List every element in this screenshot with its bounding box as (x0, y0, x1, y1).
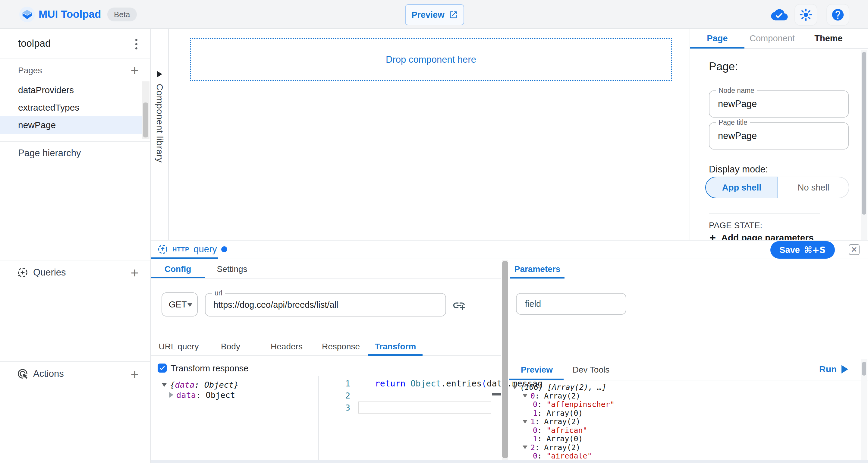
tab-preview[interactable]: Preview (521, 360, 553, 380)
json-tree-row: 1: Array(2) (523, 417, 581, 426)
inspector-heading: Page: (709, 60, 738, 73)
display-mode-app-shell[interactable]: App shell (705, 177, 778, 198)
query-name-label: query (193, 244, 217, 255)
method-select[interactable]: GET (161, 292, 198, 316)
tab-body[interactable]: Body (221, 337, 240, 356)
chevron-right-icon[interactable] (157, 71, 162, 77)
json-tree-row: (106) [Array(2), …] (513, 383, 607, 392)
preview-scrollbar-thumb[interactable] (862, 362, 866, 376)
tab-page[interactable]: Page (707, 29, 727, 48)
beta-badge: Beta (107, 7, 137, 22)
node-name-field[interactable]: Node name newPage (709, 90, 849, 118)
preview-button[interactable]: Preview (405, 4, 464, 25)
add-icon: + (710, 232, 716, 240)
add-page-parameters-button[interactable]: + Add page parameters (710, 232, 814, 240)
inspector-tabs: Page Component Theme (690, 29, 868, 49)
expander-right-icon[interactable] (169, 392, 173, 398)
actions-icon (17, 368, 28, 379)
divider (0, 141, 150, 142)
expander-down-icon[interactable] (523, 394, 527, 398)
code-line: 1return Object.entries(data.messag (319, 377, 501, 390)
display-mode-toggle-group: App shellNo shell (705, 177, 849, 198)
transform-tab-underline (368, 354, 423, 356)
run-button[interactable]: Run (819, 360, 848, 379)
line-number: 1 (319, 379, 350, 388)
theme-toggle-button[interactable] (795, 4, 817, 26)
divider (151, 278, 501, 279)
request-sub-tabs: URL queryBodyHeadersResponseTransform (151, 337, 501, 356)
component-library-rail[interactable]: Component library (151, 29, 169, 240)
divider (509, 359, 868, 359)
close-panel-button[interactable]: ✕ (849, 244, 860, 255)
json-tree-row: 1: Array(0) (533, 434, 583, 443)
sidebar-page-item[interactable]: dataProviders (0, 82, 142, 99)
tab-theme[interactable]: Theme (814, 29, 842, 48)
sidebar-page-item[interactable]: extractedTypes (0, 99, 142, 116)
line-number: 2 (319, 391, 350, 400)
page-state-label: PAGE STATE: (709, 221, 762, 230)
transform-code-editor[interactable]: 1return Object.entries(data.messag23 (318, 376, 501, 463)
divider (0, 361, 150, 362)
code-line: 3 (319, 402, 501, 413)
add-link-icon[interactable] (452, 299, 466, 312)
play-icon (841, 365, 848, 373)
expander-down-icon[interactable] (523, 445, 527, 449)
inspector-scrollbar[interactable] (861, 50, 867, 240)
add-action-button[interactable]: + (128, 367, 142, 381)
save-button[interactable]: Save ⌘+S (770, 241, 835, 259)
inspector-panel: Page Component Theme Page: Node name new… (689, 29, 868, 240)
tree-row: {data: Object} (161, 380, 239, 390)
pages-scrollbar[interactable] (142, 82, 150, 138)
actions-section-header: Actions (17, 364, 64, 383)
pages-scrollbar-thumb[interactable] (143, 102, 148, 137)
save-button-label: Save (779, 245, 800, 255)
tab-settings[interactable]: Settings (217, 260, 247, 279)
unsaved-indicator-dot (221, 246, 227, 252)
page-hierarchy-item[interactable]: Page hierarchy (18, 145, 81, 161)
horizontal-scrollbar-strip[interactable] (151, 460, 868, 463)
help-button[interactable] (827, 4, 849, 26)
json-tree-row: 0: Array(2) (523, 392, 581, 400)
component-library-label: Component library (155, 84, 165, 163)
page-title-value: newPage (718, 123, 757, 149)
tab-config[interactable]: Config (164, 260, 191, 279)
expander-down-icon[interactable] (161, 383, 167, 387)
display-mode-label: Display mode: (709, 164, 768, 175)
drop-zone[interactable]: Drop component here (190, 38, 672, 81)
add-page-button[interactable]: + (128, 63, 142, 77)
tab-component[interactable]: Component (749, 29, 795, 48)
node-name-value: newPage (718, 91, 757, 117)
display-mode-no-shell[interactable]: No shell (778, 177, 849, 198)
tab-transform[interactable]: Transform (375, 337, 416, 356)
tab-dev-tools[interactable]: Dev Tools (572, 360, 610, 380)
queries-label: Queries (33, 267, 66, 278)
tab-parameters[interactable]: Parameters (515, 260, 561, 279)
cloud-done-icon[interactable] (771, 8, 788, 22)
config-pane-scrollbar[interactable] (502, 260, 508, 460)
expander-down-icon[interactable] (513, 385, 517, 389)
page-title-field[interactable]: Page title newPage (709, 122, 849, 150)
pages-section-header: Pages (18, 63, 42, 79)
json-tree-row: 1: Array(0) (533, 409, 583, 418)
config-pane-scrollbar-thumb[interactable] (502, 261, 508, 458)
inspector-scrollbar-thumb[interactable] (862, 52, 866, 215)
tab-url-query[interactable]: URL query (159, 337, 199, 356)
url-field[interactable]: url https://dog.ceo/api/breeds/list/all (205, 293, 446, 316)
mui-toolpad-logo-icon (19, 7, 35, 22)
tab-headers[interactable]: Headers (271, 337, 303, 356)
help-icon (831, 8, 845, 22)
sidebar-page-item[interactable]: newPage (0, 116, 142, 134)
expander-down-icon[interactable] (523, 420, 527, 424)
add-query-button[interactable]: + (128, 266, 142, 280)
light-mode-icon (800, 8, 812, 21)
actions-label: Actions (33, 368, 64, 379)
query-editor-panel: HTTP query Save ⌘+S ✕ Config Settings GE… (151, 240, 868, 463)
parameter-field-input[interactable]: field (516, 293, 626, 315)
preview-scrollbar[interactable] (861, 359, 867, 460)
project-menu-button[interactable] (130, 36, 143, 52)
query-tab[interactable]: HTTP query (157, 241, 227, 258)
tab-response[interactable]: Response (322, 337, 360, 356)
json-tree-row: 0: "african" (533, 426, 587, 435)
transform-response-checkbox[interactable] (158, 364, 167, 373)
divider (709, 213, 820, 214)
